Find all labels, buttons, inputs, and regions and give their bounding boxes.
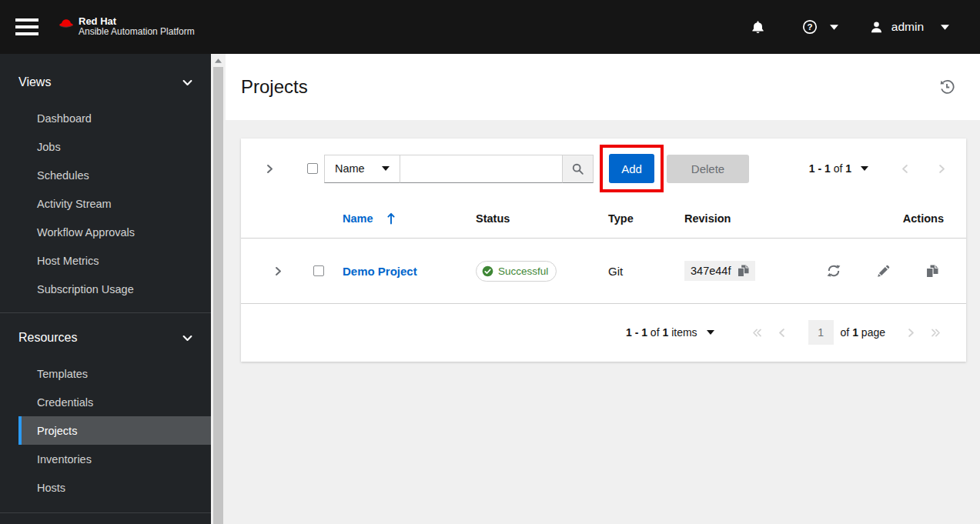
row-expand-button[interactable] <box>273 266 304 276</box>
search-icon <box>571 162 584 175</box>
sidebar-item-projects[interactable]: Projects <box>18 416 211 445</box>
status-badge[interactable]: Successful <box>476 261 557 282</box>
projects-list-card: Name Add Delete 1 - 1 of <box>241 139 966 362</box>
list-toolbar: Name Add Delete 1 - 1 of <box>241 139 966 199</box>
nav-group-views: Views Dashboard Jobs Schedules Activity … <box>0 54 211 303</box>
notifications-button[interactable] <box>751 20 765 35</box>
sort-up-icon <box>387 212 395 225</box>
sidebar-divider <box>0 512 211 513</box>
row-select-checkbox[interactable] <box>313 265 324 276</box>
angle-left-icon <box>777 328 787 338</box>
svg-text:?: ? <box>807 22 812 32</box>
nav-group-label: Resources <box>18 331 77 345</box>
current-page-input[interactable] <box>808 320 834 345</box>
username-label: admin <box>891 20 924 34</box>
masthead-controls: ? admin <box>751 19 980 35</box>
scrollbar-thumb[interactable] <box>213 67 223 524</box>
sidebar-item-hosts[interactable]: Hosts <box>18 473 211 502</box>
nav-group-label: Views <box>18 75 51 89</box>
sidebar-nav: Views Dashboard Jobs Schedules Activity … <box>0 54 211 524</box>
main-content: Projects Name <box>226 54 980 524</box>
filter-key-selected: Name <box>335 162 365 175</box>
delete-button[interactable]: Delete <box>667 155 749 183</box>
user-menu-button[interactable]: admin <box>869 20 949 35</box>
angle-double-left-icon <box>751 328 763 338</box>
scrollbar-up-button[interactable] <box>211 54 226 67</box>
triangle-up-icon <box>215 58 222 63</box>
sync-icon <box>827 264 841 278</box>
sidebar-item-inventories[interactable]: Inventories <box>18 445 211 473</box>
redhat-logo-icon <box>58 16 75 29</box>
nav-group-views-toggle[interactable]: Views <box>0 67 211 98</box>
last-page-button[interactable] <box>926 328 945 338</box>
items-range-label: 1 - 1 of 1 items <box>626 326 697 339</box>
search-input[interactable] <box>400 155 563 183</box>
project-name-link[interactable]: Demo Project <box>343 265 476 278</box>
sidebar-item-subscription-usage[interactable]: Subscription Usage <box>18 275 211 303</box>
chevron-right-icon <box>265 164 275 174</box>
sidebar-item-activity-stream[interactable]: Activity Stream <box>18 189 211 218</box>
page-navigation: of 1 page <box>748 320 945 345</box>
column-header-name[interactable]: Name <box>343 212 476 225</box>
nav-group-resources-toggle[interactable]: Resources <box>0 322 211 353</box>
caret-down-icon[interactable] <box>861 166 868 171</box>
help-menu-button[interactable]: ? <box>802 19 838 35</box>
activity-history-button[interactable] <box>939 79 955 95</box>
pagination-bottom: 1 - 1 of 1 items <box>241 304 966 361</box>
status-label: Successful <box>498 265 548 277</box>
edit-project-button[interactable] <box>877 265 890 278</box>
menu-icon <box>15 25 38 29</box>
column-header-status: Status <box>476 212 608 225</box>
angle-right-icon <box>906 328 916 338</box>
copy-project-button[interactable] <box>926 265 938 278</box>
next-page-button[interactable] <box>932 164 951 174</box>
sidebar-item-jobs[interactable]: Jobs <box>18 132 211 161</box>
select-all-checkbox[interactable] <box>307 163 318 174</box>
table-header-row: Name Status Type Revision Actions <box>241 199 966 239</box>
filter-key-select[interactable]: Name <box>324 155 400 183</box>
sidebar-item-credentials[interactable]: Credentials <box>18 388 211 416</box>
nav-group-resources: Resources Templates Credentials Projects… <box>0 312 211 502</box>
caret-down-icon <box>382 166 390 171</box>
prev-page-button[interactable] <box>895 164 914 174</box>
copy-icon <box>738 265 749 277</box>
expand-all-button[interactable] <box>265 164 275 174</box>
caret-down-icon <box>707 330 714 335</box>
first-page-button[interactable] <box>748 328 767 338</box>
bell-icon <box>751 20 765 35</box>
add-button[interactable]: Add <box>609 154 654 183</box>
sync-project-button[interactable] <box>827 264 841 278</box>
revision-cell: 347e44f <box>684 261 815 281</box>
nav-items-resources: Templates Credentials Projects Inventori… <box>0 359 211 502</box>
status-cell: Successful <box>476 261 608 282</box>
brand-logo: Red Hat Ansible Automation Platform <box>58 16 202 38</box>
column-header-type: Type <box>608 212 684 225</box>
sidebar-item-dashboard[interactable]: Dashboard <box>18 104 211 132</box>
items-per-page-select[interactable]: 1 - 1 of 1 items <box>626 326 714 339</box>
copy-revision-button[interactable] <box>738 265 749 277</box>
masthead: Red Hat Ansible Automation Platform ? <box>0 0 980 54</box>
search-submit-button[interactable] <box>563 155 594 183</box>
sidebar-item-host-metrics[interactable]: Host Metrics <box>18 246 211 275</box>
user-icon <box>869 20 884 35</box>
brand-subtitle: Ansible Automation Platform <box>79 27 202 38</box>
angle-left-icon <box>900 164 910 174</box>
menu-icon <box>15 18 38 22</box>
page-header: Projects <box>226 54 980 120</box>
help-icon: ? <box>802 19 818 35</box>
chevron-right-icon <box>273 266 283 276</box>
sidebar-item-workflow-approvals[interactable]: Workflow Approvals <box>18 218 211 246</box>
page-title: Projects <box>241 76 308 98</box>
prev-page-button[interactable] <box>773 328 791 338</box>
history-icon <box>939 79 955 95</box>
caret-down-icon <box>830 25 838 30</box>
type-cell: Git <box>608 265 684 278</box>
sidebar-item-templates[interactable]: Templates <box>18 359 211 388</box>
pencil-icon <box>877 265 890 278</box>
chevron-down-icon <box>182 335 192 342</box>
sidebar-item-schedules[interactable]: Schedules <box>18 161 211 189</box>
next-page-button[interactable] <box>901 328 920 338</box>
nav-toggle-button[interactable] <box>15 15 38 39</box>
vertical-scrollbar[interactable] <box>211 54 226 524</box>
app-root: Red Hat Ansible Automation Platform ? <box>0 0 980 524</box>
